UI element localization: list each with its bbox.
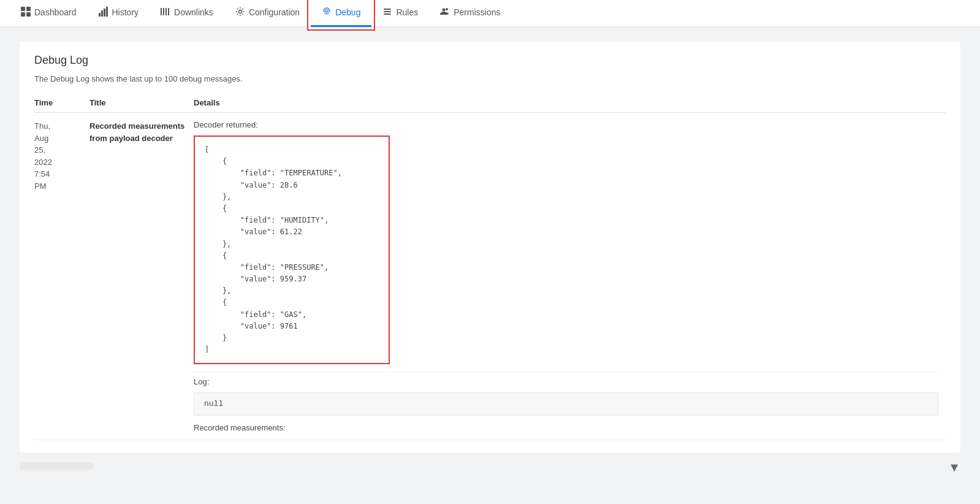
svg-rect-10 [165,8,167,15]
configuration-icon [235,7,245,18]
card-title: Debug Log [34,54,946,67]
nav-label-history: History [112,7,139,17]
details-container: Decoder returned: [ { "field": "TEMPERAT… [194,120,938,432]
title-value: Recorded measurements from payload decod… [89,121,184,143]
svg-rect-0 [21,7,25,11]
nav-item-downlinks[interactable]: Downlinks [150,0,224,27]
dashboard-icon [21,7,31,18]
table-row: Thu,Aug25,20227:54PM Recorded measuremen… [34,113,946,440]
debug-icon [322,7,332,18]
svg-rect-1 [26,7,31,11]
debug-log-card: Debug Log The Debug Log shows the last u… [20,42,960,452]
nav-item-configuration[interactable]: Configuration [224,0,311,27]
nav-label-permissions: Permissions [454,7,500,17]
json-code-box: [ { "field": "TEMPERATURE", "value": 28.… [194,136,390,364]
cell-title: Recorded measurements from payload decod… [89,113,194,440]
svg-rect-13 [384,9,391,10]
json-content: [ { "field": "TEMPERATURE", "value": 28.… [205,144,379,356]
nav-item-permissions[interactable]: Permissions [429,0,511,27]
debug-table: Time Title Details Thu,Aug25,20227:54PM … [34,93,946,440]
nav-label-rules: Rules [396,7,418,17]
svg-point-16 [443,8,446,11]
permissions-icon [440,7,450,18]
cell-time: Thu,Aug25,20227:54PM [34,113,89,440]
nav-label-debug: Debug [335,7,360,17]
svg-point-17 [446,8,448,10]
horizontal-scrollbar[interactable] [20,462,93,470]
svg-rect-5 [101,10,103,17]
nav-label-configuration: Configuration [249,7,300,17]
scrollbar-area: ▼ [20,457,960,470]
downlinks-icon [161,7,170,18]
rules-icon [382,7,392,18]
svg-rect-8 [161,8,162,15]
svg-rect-9 [163,8,164,15]
nav-item-history[interactable]: History [88,0,150,27]
svg-rect-11 [168,8,169,15]
svg-rect-3 [26,12,31,17]
top-nav: Dashboard History Downlinks [0,0,980,27]
nav-item-rules[interactable]: Rules [371,0,429,27]
col-header-time: Time [34,93,89,113]
nav-label-dashboard: Dashboard [34,7,77,17]
description: The Debug Log shows the last up to 100 d… [34,74,946,83]
svg-rect-7 [106,7,108,17]
log-label: Log: [194,372,938,391]
log-value: null [194,392,938,415]
svg-rect-14 [384,11,391,12]
svg-rect-4 [99,13,101,17]
main-content: Debug Log The Debug Log shows the last u… [0,27,980,504]
svg-point-12 [238,10,241,13]
recorded-measurements-label: Recorded measurements: [194,415,938,432]
col-header-title: Title [89,93,194,113]
nav-item-dashboard[interactable]: Dashboard [10,0,88,27]
nav-item-debug[interactable]: Debug [311,0,371,27]
col-header-details: Details [194,93,946,113]
log-section: Log: null [194,372,938,415]
history-icon [99,7,108,18]
svg-rect-6 [104,9,105,17]
time-value: Thu,Aug25,20227:54PM [34,121,52,191]
svg-rect-2 [21,12,25,17]
svg-rect-15 [384,13,391,15]
decoder-label: Decoder returned: [194,120,938,129]
nav-label-downlinks: Downlinks [174,7,213,17]
cell-details: Decoder returned: [ { "field": "TEMPERAT… [194,113,946,440]
expand-arrow[interactable]: ▼ [948,460,960,475]
